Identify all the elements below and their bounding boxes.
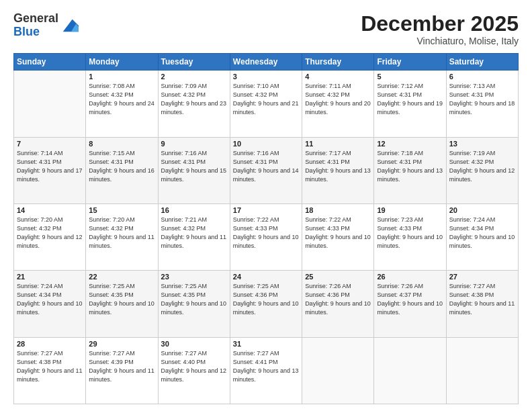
calendar-cell: 6Sunrise: 7:13 AMSunset: 4:31 PMDaylight… [446, 71, 518, 137]
day-number: 16 [161, 206, 227, 214]
calendar-cell [14, 71, 86, 137]
day-info: Sunrise: 7:23 AMSunset: 4:33 PMDaylight:… [377, 216, 443, 250]
day-info: Sunrise: 7:22 AMSunset: 4:33 PMDaylight:… [233, 216, 299, 250]
day-number: 24 [233, 273, 299, 281]
weekday-header-monday: Monday [86, 54, 158, 71]
day-number: 29 [89, 340, 154, 348]
day-number: 7 [17, 140, 83, 148]
calendar-cell [446, 337, 518, 404]
calendar-cell: 12Sunrise: 7:18 AMSunset: 4:31 PMDayligh… [374, 137, 446, 203]
calendar-cell: 5Sunrise: 7:12 AMSunset: 4:31 PMDaylight… [374, 71, 446, 137]
logo-text: General Blue [13, 12, 58, 39]
day-number: 2 [161, 73, 227, 81]
calendar-cell: 4Sunrise: 7:11 AMSunset: 4:32 PMDaylight… [302, 71, 374, 137]
location: Vinchiaturo, Molise, Italy [361, 36, 519, 46]
weekday-header-friday: Friday [374, 54, 446, 71]
calendar-cell: 7Sunrise: 7:14 AMSunset: 4:31 PMDaylight… [14, 137, 86, 203]
day-info: Sunrise: 7:25 AMSunset: 4:35 PMDaylight:… [89, 282, 154, 317]
day-info: Sunrise: 7:21 AMSunset: 4:32 PMDaylight:… [161, 216, 227, 250]
day-number: 13 [449, 140, 515, 148]
day-number: 21 [17, 273, 83, 281]
day-number: 20 [449, 206, 515, 214]
day-number: 11 [305, 140, 371, 148]
day-number: 1 [89, 73, 154, 81]
calendar-cell: 15Sunrise: 7:20 AMSunset: 4:32 PMDayligh… [86, 203, 158, 270]
day-info: Sunrise: 7:20 AMSunset: 4:32 PMDaylight:… [17, 216, 83, 250]
day-info: Sunrise: 7:26 AMSunset: 4:37 PMDaylight:… [377, 282, 443, 317]
day-number: 14 [17, 206, 83, 214]
day-info: Sunrise: 7:16 AMSunset: 4:31 PMDaylight:… [233, 149, 299, 184]
day-info: Sunrise: 7:27 AMSunset: 4:38 PMDaylight:… [17, 349, 83, 384]
day-number: 15 [89, 206, 154, 214]
day-info: Sunrise: 7:14 AMSunset: 4:31 PMDaylight:… [17, 149, 83, 184]
day-info: Sunrise: 7:27 AMSunset: 4:38 PMDaylight:… [449, 282, 515, 317]
day-info: Sunrise: 7:10 AMSunset: 4:32 PMDaylight:… [233, 82, 299, 117]
calendar-cell: 17Sunrise: 7:22 AMSunset: 4:33 PMDayligh… [230, 203, 302, 270]
calendar-cell: 14Sunrise: 7:20 AMSunset: 4:32 PMDayligh… [14, 203, 86, 270]
header: General Blue December 2025 Vinchiaturo, … [13, 12, 519, 46]
day-info: Sunrise: 7:22 AMSunset: 4:33 PMDaylight:… [305, 216, 371, 250]
weekday-header-wednesday: Wednesday [230, 54, 302, 71]
calendar-cell: 8Sunrise: 7:15 AMSunset: 4:31 PMDaylight… [86, 137, 158, 203]
calendar-cell: 27Sunrise: 7:27 AMSunset: 4:38 PMDayligh… [446, 271, 518, 337]
day-info: Sunrise: 7:09 AMSunset: 4:32 PMDaylight:… [161, 82, 227, 117]
day-info: Sunrise: 7:24 AMSunset: 4:34 PMDaylight:… [449, 216, 515, 250]
calendar-cell: 3Sunrise: 7:10 AMSunset: 4:32 PMDaylight… [230, 71, 302, 137]
day-info: Sunrise: 7:20 AMSunset: 4:32 PMDaylight:… [89, 216, 154, 250]
day-info: Sunrise: 7:17 AMSunset: 4:31 PMDaylight:… [305, 149, 371, 184]
day-number: 25 [305, 273, 371, 281]
day-info: Sunrise: 7:16 AMSunset: 4:31 PMDaylight:… [161, 149, 227, 184]
calendar-cell: 19Sunrise: 7:23 AMSunset: 4:33 PMDayligh… [374, 203, 446, 270]
day-number: 27 [449, 273, 515, 281]
calendar-cell [302, 337, 374, 404]
calendar-cell: 13Sunrise: 7:19 AMSunset: 4:32 PMDayligh… [446, 137, 518, 203]
calendar-cell: 21Sunrise: 7:24 AMSunset: 4:34 PMDayligh… [14, 271, 86, 337]
day-number: 28 [17, 340, 83, 348]
calendar-cell: 24Sunrise: 7:25 AMSunset: 4:36 PMDayligh… [230, 271, 302, 337]
weekday-header-saturday: Saturday [446, 54, 518, 71]
day-info: Sunrise: 7:27 AMSunset: 4:41 PMDaylight:… [233, 349, 299, 384]
day-number: 4 [305, 73, 371, 81]
calendar-cell: 18Sunrise: 7:22 AMSunset: 4:33 PMDayligh… [302, 203, 374, 270]
day-number: 17 [233, 206, 299, 214]
day-number: 3 [233, 73, 299, 81]
day-number: 10 [233, 140, 299, 148]
day-number: 30 [161, 340, 227, 348]
weekday-header-sunday: Sunday [14, 54, 86, 71]
logo-icon [60, 16, 79, 35]
week-row-0: 1Sunrise: 7:08 AMSunset: 4:32 PMDaylight… [14, 71, 519, 137]
day-info: Sunrise: 7:27 AMSunset: 4:40 PMDaylight:… [161, 349, 227, 384]
week-row-2: 14Sunrise: 7:20 AMSunset: 4:32 PMDayligh… [14, 203, 519, 270]
day-info: Sunrise: 7:19 AMSunset: 4:32 PMDaylight:… [449, 149, 515, 184]
calendar-table: SundayMondayTuesdayWednesdayThursdayFrid… [13, 53, 519, 404]
calendar-cell: 20Sunrise: 7:24 AMSunset: 4:34 PMDayligh… [446, 203, 518, 270]
calendar-cell: 10Sunrise: 7:16 AMSunset: 4:31 PMDayligh… [230, 137, 302, 203]
day-number: 19 [377, 206, 443, 214]
calendar-cell [374, 337, 446, 404]
calendar-cell: 23Sunrise: 7:25 AMSunset: 4:35 PMDayligh… [158, 271, 230, 337]
page: General Blue December 2025 Vinchiaturo, … [0, 0, 532, 411]
logo: General Blue [13, 12, 79, 39]
day-info: Sunrise: 7:18 AMSunset: 4:31 PMDaylight:… [377, 149, 443, 184]
day-number: 31 [233, 340, 299, 348]
calendar-cell: 28Sunrise: 7:27 AMSunset: 4:38 PMDayligh… [14, 337, 86, 404]
day-info: Sunrise: 7:24 AMSunset: 4:34 PMDaylight:… [17, 282, 83, 317]
day-number: 22 [89, 273, 154, 281]
calendar-cell: 16Sunrise: 7:21 AMSunset: 4:32 PMDayligh… [158, 203, 230, 270]
day-number: 8 [89, 140, 154, 148]
weekday-header-row: SundayMondayTuesdayWednesdayThursdayFrid… [14, 54, 519, 71]
week-row-3: 21Sunrise: 7:24 AMSunset: 4:34 PMDayligh… [14, 271, 519, 337]
calendar-cell: 11Sunrise: 7:17 AMSunset: 4:31 PMDayligh… [302, 137, 374, 203]
day-info: Sunrise: 7:12 AMSunset: 4:31 PMDaylight:… [377, 82, 443, 117]
day-number: 18 [305, 206, 371, 214]
calendar-cell: 25Sunrise: 7:26 AMSunset: 4:36 PMDayligh… [302, 271, 374, 337]
title-block: December 2025 Vinchiaturo, Molise, Italy [361, 12, 519, 46]
month-title: December 2025 [361, 12, 519, 36]
calendar-cell: 29Sunrise: 7:27 AMSunset: 4:39 PMDayligh… [86, 337, 158, 404]
day-number: 9 [161, 140, 227, 148]
day-number: 5 [377, 73, 443, 81]
day-info: Sunrise: 7:25 AMSunset: 4:36 PMDaylight:… [233, 282, 299, 317]
day-info: Sunrise: 7:15 AMSunset: 4:31 PMDaylight:… [89, 149, 154, 184]
weekday-header-thursday: Thursday [302, 54, 374, 71]
week-row-4: 28Sunrise: 7:27 AMSunset: 4:38 PMDayligh… [14, 337, 519, 404]
